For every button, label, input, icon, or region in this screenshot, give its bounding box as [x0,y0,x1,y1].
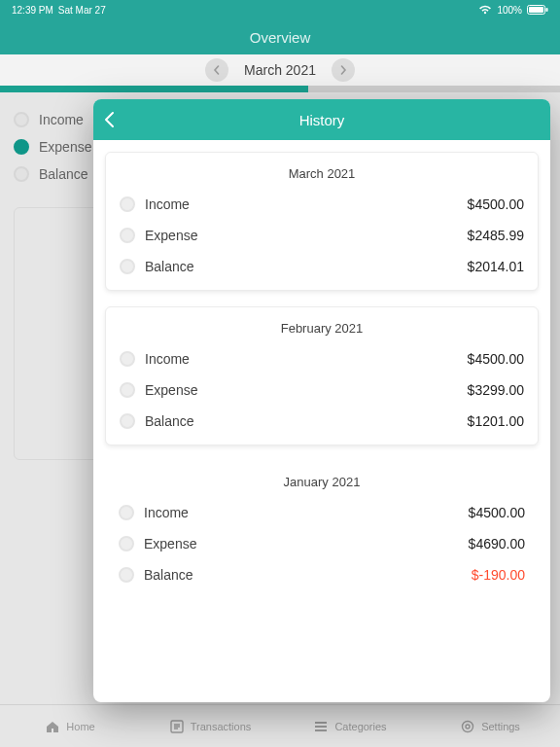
tab-settings[interactable]: Settings [420,705,560,747]
prev-month-button[interactable] [205,58,228,82]
history-row[interactable]: Balance$1201.00 [120,406,524,437]
radio-icon [120,351,135,367]
wifi-icon [478,5,492,15]
radio-icon [120,413,135,429]
history-row-value: $4690.00 [469,536,525,551]
history-month-block: February 2021Income$4500.00Expense$3299.… [105,306,539,445]
history-row-label: Income [144,505,189,520]
battery-pct: 100% [497,5,522,16]
tab-label: Settings [481,721,520,732]
svg-rect-1 [529,7,543,13]
history-row-value: $-190.00 [472,567,525,583]
history-row-value: $1201.00 [468,413,524,429]
history-month-title: January 2021 [119,471,525,497]
history-row-value: $4500.00 [468,351,524,367]
history-month-block: January 2021Income$4500.00Expense$4690.0… [105,461,539,598]
history-row[interactable]: Balance$2014.01 [120,251,524,282]
gear-icon [460,719,475,734]
history-row[interactable]: Income$4500.00 [119,497,525,528]
radio-icon [14,166,29,182]
modal-body[interactable]: March 2021Income$4500.00Expense$2485.99B… [93,140,550,614]
history-row-label: Expense [145,382,197,398]
tab-bar: Home Transactions Categories Settings [0,704,560,747]
history-row-label: Balance [144,567,193,583]
history-row-label: Expense [144,536,196,551]
status-bar: 12:39 PM Sat Mar 27 100% [0,0,560,19]
history-month-block: March 2021Income$4500.00Expense$2485.99B… [105,152,539,291]
list-icon [169,719,185,734]
summary-label: Income [39,112,84,127]
history-row[interactable]: Balance$-190.00 [119,559,525,590]
back-button[interactable] [103,99,117,140]
month-picker: March 2021 [0,54,560,86]
radio-icon [120,228,135,243]
menu-icon [313,719,329,734]
svg-point-5 [466,725,470,729]
history-row-value: $4500.00 [468,196,524,212]
radio-icon [119,567,134,583]
summary-label: Expense [39,139,91,155]
history-row[interactable]: Income$4500.00 [120,343,524,374]
progress-bar [0,86,560,92]
summary-label: Balance [39,166,88,182]
modal-title: History [299,112,345,128]
radio-icon [119,536,134,551]
history-row[interactable]: Expense$2485.99 [120,220,524,251]
history-row[interactable]: Expense$3299.00 [120,374,524,406]
page-title: Overview [250,29,311,46]
history-row-label: Balance [145,413,194,429]
history-row-label: Balance [145,259,194,274]
tab-label: Transactions [191,721,252,732]
radio-icon [14,112,29,127]
radio-icon [14,139,29,155]
history-row-value: $3299.00 [468,382,524,398]
history-row-value: $2014.01 [468,259,524,274]
tab-categories[interactable]: Categories [280,705,420,747]
history-row[interactable]: Income$4500.00 [120,189,524,220]
status-date: Sat Mar 27 [58,5,106,16]
history-row-label: Income [145,351,190,367]
tab-label: Categories [334,721,386,732]
radio-icon [119,505,134,520]
history-row-label: Expense [145,228,197,243]
radio-icon [120,259,135,274]
history-row-value: $4500.00 [469,505,525,520]
app-bar: Overview [0,19,560,54]
history-modal: History March 2021Income$4500.00Expense$… [93,99,550,702]
status-time: 12:39 PM [12,5,53,16]
history-row[interactable]: Expense$4690.00 [119,528,525,559]
history-month-title: March 2021 [120,162,524,189]
svg-point-4 [463,721,473,731]
svg-rect-2 [546,8,548,12]
radio-icon [120,382,135,398]
next-month-button[interactable] [332,58,355,82]
tab-transactions[interactable]: Transactions [140,705,280,747]
history-month-title: February 2021 [120,317,524,343]
progress-fill [0,86,308,92]
battery-icon [527,5,548,15]
tab-label: Home [66,721,94,732]
history-row-label: Income [145,196,190,212]
home-icon [45,719,60,734]
modal-header: History [93,99,550,140]
month-label: March 2021 [244,62,316,78]
radio-icon [120,196,135,212]
tab-home[interactable]: Home [0,705,140,747]
history-row-value: $2485.99 [468,228,524,243]
